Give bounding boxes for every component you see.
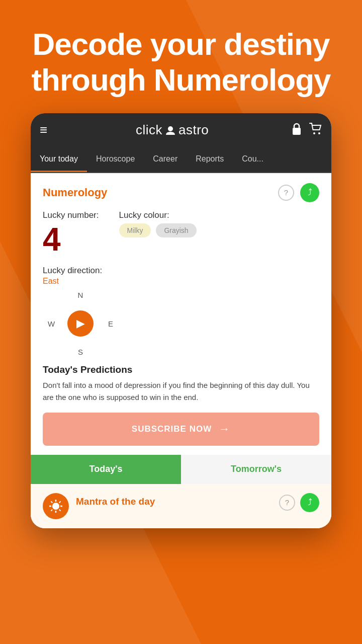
lucky-info-row: Lucky number: 4 Lucky colour: Milky Gray… — [43, 210, 319, 256]
mantra-card: Mantra of the day ? ⤴ — [31, 484, 331, 528]
compass-north: N — [78, 291, 83, 299]
svg-point-2 — [313, 132, 315, 134]
compass-south: S — [78, 348, 83, 356]
numerology-section: Numerology ? ⤴ Lucky number: 4 Lucky col… — [31, 173, 331, 455]
lucky-number-label: Lucky number: — [43, 210, 99, 220]
share-icon[interactable]: ⤴ — [300, 183, 319, 202]
compass: N S W E ▶ — [48, 291, 113, 356]
subscribe-arrow-icon: → — [219, 423, 230, 436]
mantra-icons-right: ? ⤴ — [279, 493, 319, 512]
sun-icon — [49, 499, 63, 513]
mantra-title: Mantra of the day — [76, 493, 155, 507]
phone-mockup: ≡ click astro — [31, 113, 331, 528]
compass-wrapper: N S W E ▶ — [48, 291, 319, 356]
compass-arrow: ▶ — [67, 310, 94, 337]
cart-icon[interactable] — [309, 123, 322, 138]
section-header-icons: ? ⤴ — [278, 183, 319, 202]
logo-person-icon — [165, 125, 176, 136]
svg-rect-1 — [293, 128, 301, 135]
lucky-colour-label: Lucky colour: — [119, 210, 197, 220]
app-header: ≡ click astro — [31, 113, 331, 147]
compass-west: W — [48, 319, 55, 328]
app-logo: click astro — [53, 122, 291, 138]
help-icon[interactable]: ? — [278, 185, 294, 201]
direction-label: Lucky direction: — [43, 266, 319, 276]
predictions-title: Today's Predictions — [43, 364, 319, 375]
toggle-row: Today's Tomorrow's — [31, 455, 331, 484]
mantra-left: Mantra of the day — [43, 493, 155, 519]
mantra-icon — [43, 493, 69, 519]
numerology-title: Numerology — [43, 186, 107, 199]
hamburger-icon[interactable]: ≡ — [40, 122, 47, 138]
svg-line-12 — [51, 509, 52, 511]
predictions-text: Don't fall into a mood of depression if … — [43, 379, 319, 404]
svg-line-10 — [59, 509, 61, 511]
colour-badges: Milky Grayish — [119, 223, 197, 237]
tab-reports[interactable]: Reports — [187, 147, 233, 172]
svg-point-0 — [168, 126, 173, 131]
mantra-help-icon[interactable]: ? — [279, 495, 295, 511]
direction-section: Lucky direction: East N S W E ▶ — [43, 266, 319, 356]
hero-heading: Decode your destiny through Numerology — [0, 0, 362, 113]
colour-badge-milky: Milky — [119, 223, 151, 237]
svg-point-3 — [318, 132, 320, 134]
content-area: Numerology ? ⤴ Lucky number: 4 Lucky col… — [31, 173, 331, 528]
tab-your-today[interactable]: Your today — [31, 147, 87, 172]
svg-point-4 — [52, 503, 59, 510]
compass-east: E — [108, 319, 113, 328]
lock-svg — [291, 122, 302, 135]
lucky-number-section: Lucky number: 4 — [43, 210, 99, 256]
colour-badge-grayish: Grayish — [156, 223, 196, 237]
lock-icon[interactable] — [291, 122, 302, 138]
logo-text-astro: astro — [178, 122, 209, 138]
section-header: Numerology ? ⤴ — [43, 183, 319, 202]
logo-text-click: click — [136, 122, 162, 138]
lucky-number-value: 4 — [43, 223, 99, 256]
mantra-share-icon[interactable]: ⤴ — [300, 493, 319, 512]
predictions-section: Today's Predictions Don't fall into a mo… — [43, 364, 319, 404]
svg-line-11 — [59, 501, 61, 503]
subscribe-label: SUBSCRIBE NOW — [132, 424, 212, 434]
direction-value: East — [43, 277, 319, 286]
tab-horoscope[interactable]: Horoscope — [87, 147, 144, 172]
tab-more[interactable]: Cou... — [233, 147, 273, 172]
svg-line-9 — [51, 501, 52, 503]
toggle-tomorrow-button[interactable]: Tomorrow's — [181, 455, 331, 484]
toggle-today-button[interactable]: Today's — [31, 455, 181, 484]
nav-tabs: Your today Horoscope Career Reports Cou.… — [31, 147, 331, 173]
subscribe-button[interactable]: SUBSCRIBE NOW → — [43, 413, 319, 446]
header-icons — [291, 122, 322, 138]
tab-career[interactable]: Career — [144, 147, 187, 172]
cart-svg — [309, 123, 322, 135]
lucky-colour-section: Lucky colour: Milky Grayish — [119, 210, 197, 237]
